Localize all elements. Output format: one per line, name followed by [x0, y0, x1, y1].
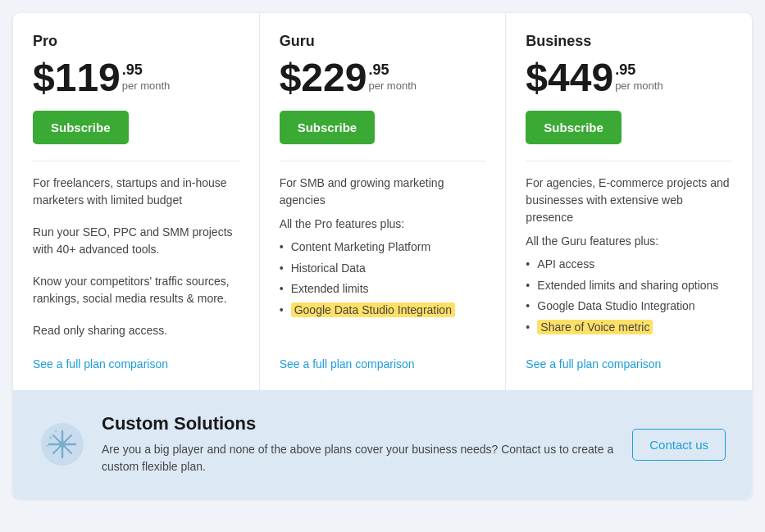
pro-descriptions: For freelancers, startups and in-house m…	[33, 175, 239, 348]
plan-card-business: Business $449 .95 per month Subscribe Fo…	[506, 13, 752, 390]
plan-price-row-pro: $119 .95 per month	[33, 58, 239, 98]
guru-feature-2: Extended limits	[280, 279, 486, 300]
guru-features-header: All the Pro features plus:	[280, 217, 486, 230]
guru-desc-0: For SMB and growing marketing agencies	[280, 175, 486, 209]
plan-price-period-guru: per month	[368, 80, 417, 92]
business-features-list: API access Extended limits and sharing o…	[526, 254, 732, 338]
svg-point-5	[59, 441, 66, 448]
plan-price-row-business: $449 .95 per month	[526, 58, 732, 98]
custom-solutions-section: Custom Solutions Are you a big player an…	[13, 390, 752, 498]
business-feature-3: Share of Voice metric	[526, 317, 732, 339]
plan-price-main-business: $449	[526, 58, 613, 98]
divider-pro	[33, 161, 239, 161]
guru-feature-0: Content Marketing Platform	[280, 237, 486, 258]
custom-solutions-description: Are you a big player and none of the abo…	[102, 441, 616, 475]
plan-name-business: Business	[526, 33, 732, 50]
plan-price-main-guru: $229	[280, 58, 367, 98]
svg-point-8	[55, 430, 57, 433]
business-feature-0: API access	[526, 254, 732, 275]
subscribe-button-guru[interactable]: Subscribe	[280, 111, 376, 144]
plan-price-period-business: per month	[615, 80, 663, 92]
pro-desc-1: Run your SEO, PPC and SMM projects with …	[33, 224, 239, 258]
business-features-header: All the Guru features plus:	[526, 234, 732, 248]
plan-price-row-guru: $229 .95 per month	[280, 58, 486, 98]
custom-solutions-title: Custom Solutions	[102, 413, 616, 434]
plan-price-cents-pro: .95	[122, 61, 171, 80]
plan-price-details-pro: .95 per month	[122, 58, 171, 92]
divider-guru	[280, 161, 486, 161]
custom-solutions-icon	[39, 421, 85, 467]
plan-card-guru: Guru $229 .95 per month Subscribe For SM…	[260, 13, 507, 390]
see-plan-link-business[interactable]: See a full plan comparison	[526, 357, 732, 371]
pro-desc-0: For freelancers, startups and in-house m…	[33, 175, 239, 209]
guru-feature-3: Google Data Studio Integration	[280, 300, 486, 321]
plan-price-details-business: .95 per month	[615, 58, 663, 92]
subscribe-button-business[interactable]: Subscribe	[526, 111, 622, 144]
custom-solutions-text: Custom Solutions Are you a big player an…	[102, 413, 616, 475]
svg-point-6	[49, 436, 52, 439]
plan-price-main-pro: $119	[33, 58, 121, 98]
svg-point-7	[47, 445, 49, 448]
plan-price-cents-business: .95	[615, 61, 663, 80]
pro-desc-3: Read only sharing access.	[33, 322, 239, 339]
business-feature-1: Extended limits and sharing options	[526, 275, 732, 297]
guru-features-list: Content Marketing Platform Historical Da…	[280, 237, 486, 321]
plan-price-cents-guru: .95	[368, 61, 417, 80]
plan-name-pro: Pro	[33, 33, 239, 50]
see-plan-link-pro[interactable]: See a full plan comparison	[33, 357, 239, 371]
contact-us-button[interactable]: Contact us	[632, 429, 726, 461]
business-feature-2: Google Data Studio Integration	[526, 296, 732, 317]
plan-card-pro: Pro $119 .95 per month Subscribe For fre…	[13, 13, 260, 390]
divider-business	[526, 161, 732, 161]
plan-price-period-pro: per month	[122, 80, 171, 92]
subscribe-button-pro[interactable]: Subscribe	[33, 111, 129, 144]
see-plan-link-guru[interactable]: See a full plan comparison	[280, 357, 486, 371]
business-feature-3-highlight: Share of Voice metric	[537, 320, 653, 334]
pricing-page: Pro $119 .95 per month Subscribe For fre…	[13, 13, 752, 498]
plan-name-guru: Guru	[280, 33, 486, 50]
pro-desc-2: Know your competitors' traffic sources, …	[33, 273, 239, 307]
business-desc-0: For agencies, E-commerce projects and bu…	[526, 175, 732, 226]
guru-feature-3-highlight: Google Data Studio Integration	[291, 302, 455, 317]
guru-feature-1: Historical Data	[280, 258, 486, 280]
plan-price-details-guru: .95 per month	[368, 58, 417, 92]
plans-grid: Pro $119 .95 per month Subscribe For fre…	[13, 13, 752, 390]
